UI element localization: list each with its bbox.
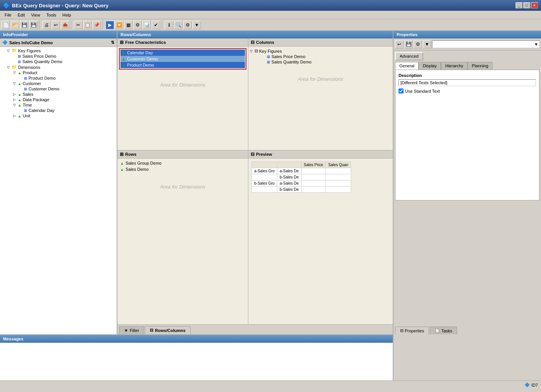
properties-panel: Properties ↩ 💾 ⚙ ▼ ▼ Advanced General Di… <box>393 31 541 334</box>
tree-customer-demo[interactable]: ▦ Customer Demo <box>1 86 116 92</box>
infoprovider-title: 🔷 Sales InfoCube Demo ⇅ <box>0 38 117 47</box>
new-button[interactable]: 📄 <box>2 21 10 29</box>
row-item-0[interactable]: ▲ Sales Group Demo <box>119 160 246 166</box>
columns-header: ⊟ Columns <box>248 38 393 47</box>
free-characteristics-panel: ⊞ Free Characteristics ▲ Calendar Day ▲ … <box>117 38 248 150</box>
use-standard-text-checkbox[interactable] <box>399 88 404 93</box>
rows-header: ⊞ Rows <box>117 150 248 158</box>
tab-filter[interactable]: ▼ Filter <box>119 326 144 334</box>
tasks-tab-label: Tasks <box>441 329 452 333</box>
paste-button[interactable]: 📌 <box>92 21 101 29</box>
func-button[interactable]: ⚙ <box>133 21 142 29</box>
info-button[interactable]: ℹ <box>165 21 173 29</box>
menu-help[interactable]: Help <box>59 12 74 18</box>
save-button[interactable]: 💾 <box>20 21 28 29</box>
tree-sales-quantity[interactable]: ▦ Sales Quantity Demo <box>1 59 116 64</box>
triangle-icon-product: ▲ <box>18 71 22 75</box>
menu-edit[interactable]: Edit <box>15 12 28 18</box>
run-button[interactable]: ▶ <box>106 21 114 29</box>
expand-dims-icon[interactable]: ▽ <box>7 65 11 69</box>
tree-dimensions-expand[interactable]: ▽ 📁 Dimensions <box>1 64 116 70</box>
tree-customer[interactable]: ▽ ▲ Customer <box>1 81 116 86</box>
tree-unit[interactable]: ▷ ▲ Unit <box>1 113 116 118</box>
cube-icon: 🔷 <box>2 40 8 45</box>
row-item-1[interactable]: ▲ Sales Demo <box>119 166 246 172</box>
prop-tab-planning[interactable]: Planning <box>467 62 492 70</box>
table-button[interactable]: ▦ <box>124 21 132 29</box>
prop-settings-button[interactable]: ⚙ <box>414 40 422 48</box>
app-icon: 🔷 <box>3 2 10 8</box>
tab-rows-columns[interactable]: ⊟ Rows/Columns <box>145 326 190 334</box>
free-char-item-2[interactable]: ▲ Product Demo <box>121 62 245 68</box>
misc-button[interactable]: ⚙ <box>183 21 192 29</box>
cut-button[interactable]: ✂ <box>74 21 82 29</box>
maximize-button[interactable]: □ <box>523 2 530 8</box>
free-char-item-1[interactable]: ▲ Customer Demo <box>121 56 245 62</box>
tree-calendar-day[interactable]: ▦ Calendar Day <box>1 108 116 113</box>
columns-title: Columns <box>256 40 274 45</box>
undo-button[interactable]: ↩ <box>52 21 60 29</box>
copy-button[interactable]: 📋 <box>83 21 92 29</box>
product-demo-label: Product Demo <box>28 76 55 80</box>
properties-header: Properties <box>394 31 541 38</box>
folder-icon: 📁 <box>12 48 17 53</box>
open-button[interactable]: 📂 <box>11 21 19 29</box>
check-button[interactable]: ✔ <box>152 21 160 29</box>
dropdown-button[interactable]: ▼ <box>193 21 201 29</box>
tree-sales[interactable]: ▷ ▲ Sales <box>1 92 116 97</box>
expand-data-icon[interactable]: ▷ <box>13 98 17 102</box>
tree-product[interactable]: ▽ ▲ Product <box>1 70 116 75</box>
calendar-day-label: Calendar Day <box>28 108 54 113</box>
advanced-btn-container: Advanced <box>394 50 541 60</box>
separator-1 <box>39 21 41 29</box>
expand-cols-icon[interactable]: ▽ <box>250 49 254 53</box>
expand-keyfigures-icon[interactable]: ▽ <box>7 49 11 53</box>
tree-keyfigures-expand[interactable]: ▽ 📁 Key Figures <box>1 48 116 53</box>
columns-sales-quantity[interactable]: ▦ Sales Quantity Demo <box>250 59 391 65</box>
tree-data-package[interactable]: ▷ ▲ Data Package <box>1 97 116 102</box>
filter-icon: ▼ <box>124 328 128 333</box>
preview-cell-3-1: b-Sales De <box>277 187 301 193</box>
dimensions-label: Dimensions <box>18 65 40 70</box>
table-row: b-Sales De <box>252 187 351 193</box>
preview-cell-1-0 <box>252 174 277 180</box>
prop-dropdown-arrow[interactable]: ▼ <box>423 40 431 48</box>
free-char-item-0[interactable]: ▲ Calendar Day <box>121 50 245 56</box>
tree-product-demo[interactable]: ▦ Product Demo <box>1 75 116 81</box>
description-input[interactable] <box>399 79 536 86</box>
rows-content: ▲ Sales Group Demo ▲ Sales Demo Area for… <box>117 158 248 203</box>
expand-product-icon[interactable]: ▽ <box>13 71 17 75</box>
expand-unit-icon[interactable]: ▷ <box>13 114 17 118</box>
save-as-button[interactable]: 💾 <box>29 21 38 29</box>
prop-tab-hierarchy[interactable]: Hierarchy <box>441 62 467 70</box>
advanced-button[interactable]: Advanced <box>395 52 423 60</box>
prop-tab-general[interactable]: General <box>395 62 419 70</box>
menu-view[interactable]: View <box>28 12 44 18</box>
bottom-tab-properties[interactable]: ⊟ Properties <box>395 327 429 334</box>
rows-panel: ⊞ Rows ▲ Sales Group Demo ▲ Sales Demo A… <box>117 150 248 324</box>
expand-sales-icon[interactable]: ▷ <box>13 92 17 96</box>
minimize-button[interactable]: _ <box>516 2 523 8</box>
menu-tools[interactable]: Tools <box>43 12 59 18</box>
prop-back-button[interactable]: ↩ <box>395 40 404 48</box>
print-button[interactable]: 🖨 <box>42 21 51 29</box>
rows-cols-button[interactable]: 📊 <box>142 21 151 29</box>
leaf-icon-5 <box>19 108 23 112</box>
close-button[interactable]: ✕ <box>531 2 538 8</box>
prop-tab-display[interactable]: Display <box>419 62 441 70</box>
columns-keyfigures[interactable]: ▽ ⊟ Key Figures <box>250 48 391 54</box>
bottom-tab-tasks[interactable]: 📋 Tasks <box>430 327 457 334</box>
expand-customer-icon[interactable]: ▽ <box>13 82 17 85</box>
expand-time-icon[interactable]: ▽ <box>13 103 17 107</box>
prop-save-button[interactable]: 💾 <box>404 40 413 48</box>
sort-icon[interactable]: ⇅ <box>111 40 114 45</box>
menu-file[interactable]: File <box>2 12 15 18</box>
tree-sales-price[interactable]: ▦ Sales Price Demo <box>1 53 116 59</box>
filter-button[interactable]: 🔽 <box>115 21 123 29</box>
prop-dropdown[interactable]: ▼ <box>432 40 539 48</box>
tree-time[interactable]: ▽ ▲ Time <box>1 102 116 108</box>
columns-sales-price[interactable]: ▦ Sales Price Demo <box>250 54 391 59</box>
where-used-button[interactable]: 🔍 <box>174 21 183 29</box>
table-row: b-Sales Gro a-Sales De <box>252 180 351 187</box>
publish-button[interactable]: 📤 <box>61 21 69 29</box>
